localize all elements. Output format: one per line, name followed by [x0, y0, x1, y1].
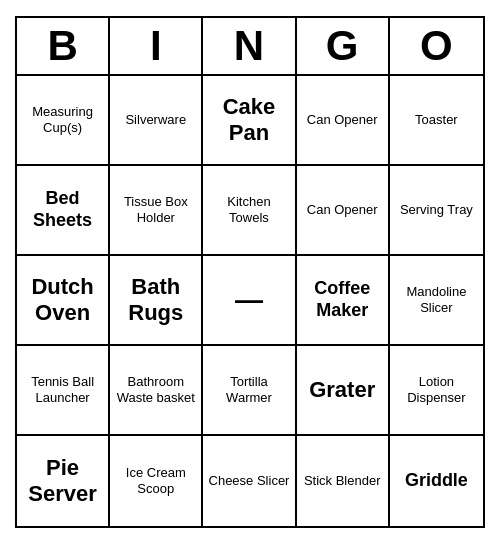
bingo-cell-12: — — [203, 256, 296, 346]
header-letter-i: I — [110, 18, 203, 74]
bingo-cell-6: Tissue Box Holder — [110, 166, 203, 256]
bingo-cell-15: Tennis Ball Launcher — [17, 346, 110, 436]
bingo-cell-3: Can Opener — [297, 76, 390, 166]
bingo-cell-18: Grater — [297, 346, 390, 436]
header-letter-n: N — [203, 18, 296, 74]
header-letter-b: B — [17, 18, 110, 74]
bingo-card: BINGO Measuring Cup(s)SilverwareCake Pan… — [15, 16, 485, 528]
bingo-cell-14: Mandoline Slicer — [390, 256, 483, 346]
bingo-cell-17: Tortilla Warmer — [203, 346, 296, 436]
bingo-cell-1: Silverware — [110, 76, 203, 166]
bingo-cell-4: Toaster — [390, 76, 483, 166]
bingo-cell-19: Lotion Dispenser — [390, 346, 483, 436]
bingo-cell-9: Serving Tray — [390, 166, 483, 256]
bingo-cell-10: Dutch Oven — [17, 256, 110, 346]
bingo-cell-23: Stick Blender — [297, 436, 390, 526]
header-letter-g: G — [297, 18, 390, 74]
bingo-cell-2: Cake Pan — [203, 76, 296, 166]
bingo-cell-11: Bath Rugs — [110, 256, 203, 346]
bingo-cell-24: Griddle — [390, 436, 483, 526]
bingo-cell-20: Pie Server — [17, 436, 110, 526]
header-letter-o: O — [390, 18, 483, 74]
bingo-cell-16: Bathroom Waste basket — [110, 346, 203, 436]
bingo-grid: Measuring Cup(s)SilverwareCake PanCan Op… — [17, 76, 483, 526]
bingo-cell-13: Coffee Maker — [297, 256, 390, 346]
bingo-cell-22: Cheese Slicer — [203, 436, 296, 526]
bingo-cell-5: Bed Sheets — [17, 166, 110, 256]
bingo-cell-8: Can Opener — [297, 166, 390, 256]
bingo-cell-21: Ice Cream Scoop — [110, 436, 203, 526]
bingo-cell-7: Kitchen Towels — [203, 166, 296, 256]
bingo-cell-0: Measuring Cup(s) — [17, 76, 110, 166]
bingo-header: BINGO — [17, 18, 483, 76]
